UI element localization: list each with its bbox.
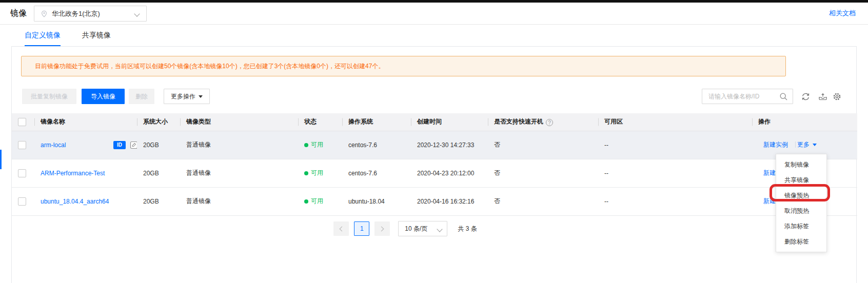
cell-os: centos-7.6 — [342, 159, 411, 187]
chevron-right-icon — [379, 226, 384, 231]
image-name-link[interactable]: ARM-Performance-Test — [41, 170, 105, 177]
header-type: 镜像类型 — [180, 113, 298, 131]
cell-size: 20GB — [137, 187, 180, 215]
table-header-row: 镜像名称 系统大小 镜像类型 状态 操作系统 创建时间 是否支持快速开机? 可用… — [12, 113, 857, 131]
header-select-all — [12, 113, 34, 131]
next-page-button[interactable] — [374, 221, 390, 236]
row-checkbox[interactable] — [18, 141, 26, 149]
page-title: 镜像 — [10, 3, 27, 24]
cell-status: 可用 — [298, 159, 342, 187]
select-all-checkbox[interactable] — [18, 118, 26, 126]
more-actions-dropdown: 复制镜像 共享镜像 镜像预热 取消预热 添加标签 删除标签 — [776, 154, 827, 252]
menu-item-image-prewarm[interactable]: 镜像预热 — [776, 188, 826, 203]
cell-fast-boot: 否 — [488, 131, 598, 159]
tab-shared-images[interactable]: 共享镜像 — [82, 25, 111, 46]
menu-item-cancel-prewarm[interactable]: 取消预热 — [776, 203, 826, 218]
header-fast-boot-label: 是否支持快速开机 — [494, 118, 543, 125]
status-label: 可用 — [311, 197, 323, 205]
tab-custom-images[interactable]: 自定义镜像 — [25, 25, 61, 46]
header-size: 系统大小 — [137, 113, 180, 131]
cell-zone: -- — [598, 159, 752, 187]
header-os: 操作系统 — [342, 113, 411, 131]
total-count-label: 共 3 条 — [458, 225, 477, 233]
status-dot — [304, 143, 308, 147]
related-docs-link[interactable]: 相关文档 — [829, 3, 856, 24]
status-label: 可用 — [311, 169, 323, 176]
chevron-down-icon — [134, 11, 140, 16]
menu-item-add-tag[interactable]: 添加标签 — [776, 218, 826, 234]
delete-button[interactable]: 删除 — [129, 89, 154, 104]
location-pin-icon — [41, 10, 48, 17]
status-dot — [304, 171, 308, 175]
caret-down-icon — [199, 95, 203, 98]
page-header: 镜像 华北政务1(北京) 相关文档 — [0, 3, 868, 25]
chevron-down-icon — [437, 226, 443, 232]
cell-fast-boot: 否 — [488, 187, 598, 215]
more-operations-button[interactable]: 更多操作 — [164, 89, 210, 104]
header-status: 状态 — [298, 113, 342, 131]
image-name-link[interactable]: arm-local — [41, 141, 66, 149]
prev-page-button[interactable] — [333, 221, 349, 236]
menu-item-delete-tag[interactable]: 删除标签 — [776, 234, 826, 249]
chevron-left-icon — [340, 226, 345, 231]
row-checkbox[interactable] — [18, 197, 26, 206]
search-input[interactable] — [702, 89, 777, 104]
cell-os: ubuntu-18.04 — [342, 187, 411, 215]
copy-id-badge[interactable]: ID — [113, 141, 126, 149]
current-page-button[interactable]: 1 — [354, 221, 369, 236]
row-checkbox[interactable] — [18, 169, 26, 177]
header-fast-boot: 是否支持快速开机? — [488, 113, 598, 131]
cell-status: 可用 — [298, 131, 342, 159]
more-actions-link[interactable]: 更多 — [797, 141, 810, 148]
region-selector[interactable]: 华北政务1(北京) — [34, 6, 147, 22]
header-name: 镜像名称 — [34, 113, 137, 131]
cell-created: 2020-12-30 14:27:33 — [411, 131, 488, 159]
header-created: 创建时间 — [411, 113, 488, 131]
left-scroll-indicator — [0, 150, 2, 169]
cell-type: 普通镜像 — [180, 131, 298, 159]
cell-size: 20GB — [137, 131, 180, 159]
cell-zone: -- — [598, 187, 752, 215]
cell-type: 普通镜像 — [180, 159, 298, 187]
help-icon[interactable]: ? — [546, 119, 553, 126]
pagination: 1 10 条/页 共 3 条 — [0, 221, 827, 236]
console-page: 镜像 华北政务1(北京) 相关文档 自定义镜像 共享镜像 目前镜像功能处于免费试… — [0, 0, 868, 283]
create-instance-link[interactable]: 新建实例 — [763, 141, 788, 148]
refresh-icon[interactable] — [801, 92, 810, 101]
cell-os: centos-7.6 — [342, 131, 411, 159]
cell-created: 2020-04-23 20:12:00 — [411, 159, 488, 187]
table-row: ARM-Performance-Test 20GB 普通镜像 可用 centos… — [12, 159, 857, 187]
image-name-link[interactable]: ubuntu_18.04.4_aarch64 — [41, 198, 109, 205]
ops-divider — [795, 141, 796, 148]
search-box — [702, 89, 793, 104]
cell-status: 可用 — [298, 187, 342, 215]
cell-created: 2020-04-16 16:32:16 — [411, 187, 488, 215]
status-dot — [304, 199, 308, 204]
header-ops: 操作 — [752, 113, 857, 131]
cell-type: 普通镜像 — [180, 187, 298, 215]
header-zone: 可用区 — [598, 113, 752, 131]
status-label: 可用 — [311, 141, 323, 148]
settings-gear-icon[interactable] — [833, 92, 841, 101]
tab-bar: 自定义镜像 共享镜像 — [0, 25, 868, 46]
batch-copy-image-button[interactable]: 批量复制镜像 — [22, 89, 76, 104]
quota-notice-banner: 目前镜像功能处于免费试用，当前区域可以创建50个镜像(含本地镜像10个)，您已创… — [21, 56, 786, 76]
page-size-value: 10 条/页 — [405, 225, 427, 232]
table-row: ubuntu_18.04.4_aarch64 20GB 普通镜像 可用 ubun… — [12, 187, 857, 215]
more-operations-label: 更多操作 — [171, 93, 195, 100]
content-card: 目前镜像功能处于免费试用，当前区域可以创建50个镜像(含本地镜像10个)，您已创… — [11, 46, 857, 283]
image-table: 镜像名称 系统大小 镜像类型 状态 操作系统 创建时间 是否支持快速开机? 可用… — [12, 113, 857, 216]
table-row: arm-local ID 20GB 普通镜像 可用 centos-7.6 202… — [12, 131, 857, 159]
cell-zone: -- — [598, 131, 752, 159]
search-icon[interactable] — [779, 92, 788, 101]
menu-item-share-image[interactable]: 共享镜像 — [776, 172, 826, 188]
caret-down-icon — [813, 144, 817, 146]
region-label: 华北政务1(北京) — [52, 6, 100, 21]
export-icon[interactable] — [818, 92, 827, 101]
import-image-button[interactable]: 导入镜像 — [82, 89, 125, 104]
cell-size: 20GB — [137, 159, 180, 187]
menu-item-copy-image[interactable]: 复制镜像 — [776, 157, 826, 172]
cell-fast-boot: 否 — [488, 159, 598, 187]
page-size-select[interactable]: 10 条/页 — [398, 221, 447, 236]
